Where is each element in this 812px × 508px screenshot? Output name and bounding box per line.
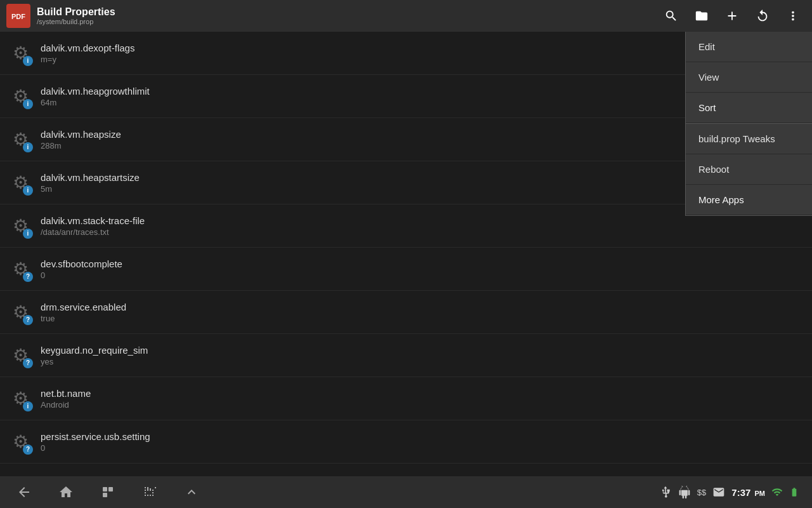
list-item[interactable]: ⚙ ? dev.sfbootcomplete 0 [0, 248, 812, 291]
item-text-5: dev.sfbootcomplete 0 [41, 258, 122, 280]
folder-button[interactable] [689, 3, 714, 29]
status-icons: $$ 7:37 PM [659, 486, 799, 498]
battery-icon [789, 487, 799, 497]
item-badge-2: i [23, 142, 33, 152]
expand-button[interactable] [180, 481, 203, 504]
item-text-6: drm.service.enabled true [41, 302, 126, 323]
list-item[interactable]: ⚙ ? persist.service.usb.setting 0 [0, 420, 812, 464]
item-icon-2: ⚙ i [8, 127, 33, 152]
app-title: Build Properties [37, 6, 658, 18]
app-icon: PDF [6, 4, 30, 28]
item-key-2: dalvik.vm.heapsize [41, 129, 121, 140]
item-key-0: dalvik.vm.dexopt-flags [41, 43, 134, 53]
item-icon-1: ⚙ i [8, 84, 33, 109]
item-key-7: keyguard.no_require_sim [41, 345, 148, 356]
time-display: 7:37 PM [731, 487, 765, 498]
item-text-2: dalvik.vm.heapsize 288m [41, 129, 121, 150]
menu-item-tweaks[interactable]: build.prop Tweaks [686, 124, 812, 154]
add-button[interactable] [719, 3, 745, 29]
usb-icon [659, 486, 672, 498]
recent-apps-button[interactable] [96, 481, 119, 504]
item-icon-6: ⚙ ? [8, 300, 33, 325]
item-key-5: dev.sfbootcomplete [41, 258, 122, 269]
item-key-4: dalvik.vm.stack-trace-file [41, 215, 145, 226]
item-badge-5: ? [23, 272, 33, 282]
nav-icons [13, 481, 203, 504]
item-value-2: 288m [41, 141, 121, 150]
item-value-1: 64m [41, 98, 150, 107]
search-button[interactable] [658, 3, 684, 29]
item-text-4: dalvik.vm.stack-trace-file /data/anr/tra… [41, 215, 145, 237]
list-item[interactable]: ⚙ ? rild.libargs -d /dev/ttys0 [0, 464, 812, 476]
bottombar: $$ 7:37 PM [0, 476, 812, 508]
item-text-9: persist.service.usb.setting 0 [41, 431, 150, 453]
signal-icon [771, 486, 783, 498]
list-item[interactable]: ⚙ ? drm.service.enabled true [0, 291, 812, 334]
menu-item-more-apps[interactable]: More Apps [686, 185, 812, 215]
menu-item-view[interactable]: View [686, 62, 812, 93]
item-badge-7: ? [23, 358, 33, 368]
item-icon-7: ⚙ ? [8, 343, 33, 368]
item-key-1: dalvik.vm.heapgrowthlimit [41, 86, 150, 97]
item-text-0: dalvik.vm.dexopt-flags m=y [41, 43, 134, 64]
more-options-button[interactable] [780, 3, 806, 29]
item-key-6: drm.service.enabled [41, 302, 126, 312]
item-badge-6: ? [23, 315, 33, 325]
item-value-8: Android [41, 400, 91, 410]
item-icon-5: ⚙ ? [8, 257, 33, 282]
item-value-7: yes [41, 357, 148, 366]
item-badge-3: i [23, 185, 33, 196]
item-badge-4: i [23, 229, 33, 239]
item-value-3: 5m [41, 184, 140, 194]
menu-item-sort[interactable]: Sort [686, 93, 812, 123]
item-icon-4: ⚙ i [8, 213, 33, 239]
dropdown-menu: Edit View Sort build.prop Tweaks Reboot … [685, 32, 812, 216]
item-icon-3: ⚙ i [8, 170, 33, 196]
refresh-button[interactable] [750, 3, 775, 29]
item-badge-8: i [23, 401, 33, 411]
email-icon [712, 486, 725, 498]
item-value-9: 0 [41, 443, 150, 453]
screenshot-button[interactable] [138, 481, 161, 504]
item-text-3: dalvik.vm.heapstartsize 5m [41, 172, 140, 194]
svg-rect-2 [103, 487, 107, 491]
item-text-8: net.bt.name Android [41, 388, 91, 410]
item-value-0: m=y [41, 55, 134, 64]
title-block: Build Properties /system/build.prop [37, 6, 658, 25]
item-badge-0: i [23, 56, 33, 66]
item-badge-1: i [23, 99, 33, 109]
toolbar-icons [658, 3, 806, 29]
svg-rect-3 [108, 487, 113, 491]
android-icon [678, 486, 691, 498]
item-key-3: dalvik.vm.heapstartsize [41, 172, 140, 183]
item-value-4: /data/anr/traces.txt [41, 227, 145, 237]
item-icon-0: ⚙ i [8, 41, 33, 66]
item-key-9: persist.service.usb.setting [41, 431, 150, 442]
item-key-8: net.bt.name [41, 388, 91, 399]
item-icon-9: ⚙ ? [8, 429, 33, 455]
item-badge-9: ? [23, 444, 33, 455]
back-button[interactable] [13, 481, 36, 504]
svg-rect-4 [103, 493, 107, 497]
dollar-icon: $$ [697, 488, 706, 497]
svg-text:PDF: PDF [11, 13, 25, 20]
app-subtitle: /system/build.prop [37, 18, 658, 25]
list-item[interactable]: ⚙ i net.bt.name Android [0, 377, 812, 420]
home-button[interactable] [55, 481, 77, 504]
item-value-5: 0 [41, 271, 122, 280]
item-icon-8: ⚙ i [8, 386, 33, 411]
topbar: PDF Build Properties /system/build.prop [0, 0, 812, 32]
menu-item-edit[interactable]: Edit [686, 32, 812, 62]
time-text: 7:37 [731, 487, 750, 498]
list-item[interactable]: ⚙ ? keyguard.no_require_sim yes [0, 334, 812, 377]
item-text-7: keyguard.no_require_sim yes [41, 345, 148, 366]
item-value-6: true [41, 314, 126, 323]
time-period: PM [755, 490, 766, 497]
menu-item-reboot[interactable]: Reboot [686, 154, 812, 185]
item-text-1: dalvik.vm.heapgrowthlimit 64m [41, 86, 150, 107]
